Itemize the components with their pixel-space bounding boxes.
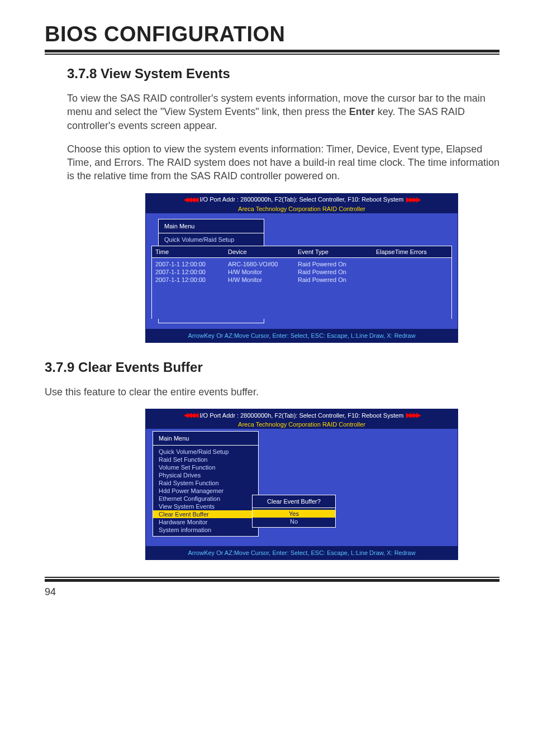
bios-top-line: I/O Port Addr : 28000000h, F2(Tab): Sele… [199, 412, 403, 419]
col-elapse: ElapseTime Errors [376, 248, 448, 255]
table-row: 2007-1-1 12:00:00 H/W Monitor Raid Power… [155, 268, 448, 276]
main-menu-title: Main Menu [159, 219, 264, 233]
cell-device: H/W Monitor [228, 276, 298, 283]
menu-item[interactable]: Physical Drives [159, 471, 253, 479]
bios-subtitle: Areca Technology Corporation RAID Contro… [146, 421, 458, 429]
chapter-title: BIOS CONFIGURATION [45, 22, 499, 46]
body-para-2: Choose this option to view the system ev… [67, 142, 499, 183]
menu-bottom-stub [158, 319, 264, 323]
left-arrows-icon: ◀◀◀◀ [184, 412, 197, 419]
body-para-3: Use this feature to clear the entire eve… [45, 385, 499, 399]
right-arrows-icon: ▶▶▶▶ [406, 412, 420, 419]
heading-rule-thin [45, 54, 499, 55]
bios-header-bar: ◀◀◀◀ I/O Port Addr : 28000000h, F2(Tab):… [146, 194, 458, 205]
cell-event: Raid Powered On [298, 261, 376, 267]
heading-rule-heavy [45, 50, 499, 52]
bios-screenshot-1: ◀◀◀◀ I/O Port Addr : 28000000h, F2(Tab):… [145, 193, 458, 343]
cell-event: Raid Powered On [298, 276, 376, 283]
bios-body-2: Main Menu Quick Volume/Raid Setup Raid S… [146, 429, 458, 546]
cell-time: 2007-1-1 12:00:00 [155, 261, 228, 267]
cell-time: 2007-1-1 12:00:00 [155, 276, 228, 283]
menu-item[interactable]: Raid Set Function [159, 456, 253, 463]
cell-time: 2007-1-1 12:00:00 [155, 269, 228, 275]
menu-item[interactable]: View System Events [159, 503, 253, 510]
menu-items-list: Quick Volume/Raid Setup Raid Set Functio… [153, 446, 258, 536]
clear-buffer-dialog: Clear Event Buffer? Yes No [252, 495, 336, 528]
cell-device: H/W Monitor [228, 269, 298, 275]
event-table-header: Time Device Event Type ElapseTime Errors [151, 246, 452, 257]
col-event-type: Event Type [298, 248, 376, 255]
section-heading-1: 3.7.8 View System Events [67, 66, 499, 82]
body-para-1: To view the SAS RAID controller's system… [67, 92, 499, 132]
dialog-title: Clear Event Buffer? [253, 495, 335, 508]
dialog-option-yes[interactable]: Yes [253, 510, 335, 518]
table-row: 2007-1-1 12:00:00 ARC-1680-VO#00 Raid Po… [155, 260, 448, 268]
main-menu-panel: Main Menu Quick Volume/Raid Setup Raid S… [153, 431, 259, 537]
bios-footer: ArrowKey Or AZ:Move Cursor, Enter: Selec… [146, 329, 458, 342]
bios-screenshot-2: ◀◀◀◀ I/O Port Addr : 28000000h, F2(Tab):… [145, 409, 458, 560]
menu-item[interactable]: System information [159, 526, 253, 534]
bios-footer: ArrowKey Or AZ:Move Cursor, Enter: Selec… [146, 546, 458, 559]
menu-item[interactable]: Hdd Power Managemer [159, 487, 253, 495]
menu-item-selected[interactable]: Clear Event Buffer [153, 510, 258, 518]
menu-item[interactable]: Ethernet Configuration [159, 495, 253, 503]
main-menu-panel: Main Menu Quick Volume/Raid Setup [158, 219, 264, 246]
right-arrows-icon: ▶▶▶▶ [406, 196, 420, 203]
footer-rule-thin [45, 577, 499, 578]
footer-rule-heavy [45, 579, 499, 582]
bold-enter: Enter [349, 106, 375, 117]
dialog-option-no[interactable]: No [253, 518, 335, 525]
col-device: Device [228, 248, 298, 255]
left-arrows-icon: ◀◀◀◀ [184, 196, 197, 203]
page-number: 94 [45, 586, 499, 598]
menu-item[interactable]: Volume Set Function [159, 463, 253, 471]
bios-body-1: Main Menu Quick Volume/Raid Setup Time D… [146, 213, 458, 329]
menu-item-quick[interactable]: Quick Volume/Raid Setup [164, 236, 258, 243]
cell-event: Raid Powered On [298, 269, 376, 275]
bios-subtitle: Areca Technology Corporation RAID Contro… [146, 205, 458, 213]
cell-device: ARC-1680-VO#00 [228, 261, 298, 267]
bios-header-bar: ◀◀◀◀ I/O Port Addr : 28000000h, F2(Tab):… [146, 409, 458, 421]
menu-item[interactable]: Quick Volume/Raid Setup [159, 448, 253, 456]
event-table-body: 2007-1-1 12:00:00 ARC-1680-VO#00 Raid Po… [151, 257, 452, 319]
menu-item[interactable]: Hardware Monitor [159, 518, 253, 526]
table-row: 2007-1-1 12:00:00 H/W Monitor Raid Power… [155, 276, 448, 284]
main-menu-title: Main Menu [153, 432, 258, 446]
col-time: Time [155, 248, 228, 255]
bios-top-line: I/O Port Addr : 28000000h, F2(Tab): Sele… [199, 196, 403, 203]
menu-item[interactable]: Raid System Function [159, 479, 253, 487]
section-heading-2: 3.7.9 Clear Events Buffer [45, 360, 499, 375]
